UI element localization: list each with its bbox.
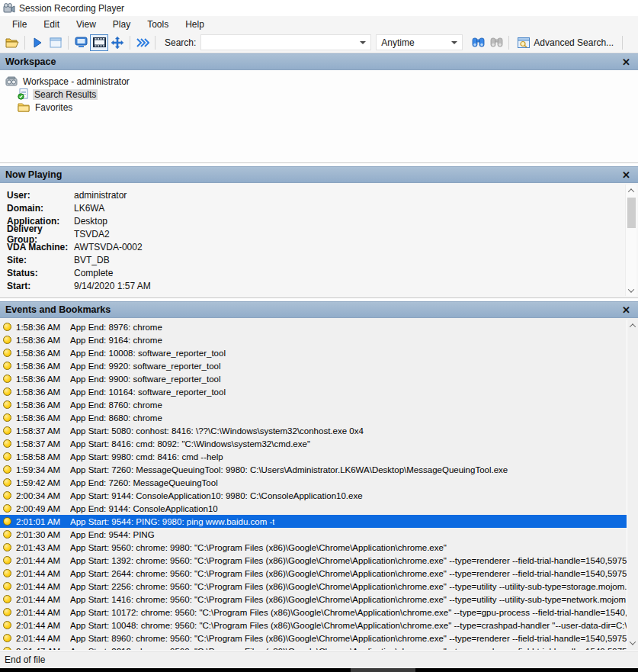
- event-row[interactable]: 1:59:42 AM App End: 7260: MessageQueuing…: [0, 476, 627, 489]
- tree-item-workspace-root[interactable]: Workspace - administrator: [0, 75, 638, 88]
- event-bookmark-icon: [3, 491, 11, 500]
- event-row[interactable]: 2:01:44 AM App Start: 1416: chrome: 9560…: [0, 593, 627, 606]
- event-row[interactable]: 1:58:36 AM App End: 8680: chrome: [0, 411, 627, 424]
- event-bookmark-icon: [3, 400, 11, 409]
- event-bookmark-icon: [3, 582, 11, 590]
- tree-item-search-results[interactable]: Search Results: [0, 88, 638, 101]
- field-value: TSVDA2: [74, 229, 110, 240]
- event-row[interactable]: 2:01:30 AM App End: 9544: PING: [0, 528, 627, 541]
- event-text: App Start: 8960: chrome: 9560: "C:\Progr…: [70, 634, 627, 643]
- event-row[interactable]: 1:58:36 AM App End: 8760: chrome: [0, 398, 627, 411]
- close-icon[interactable]: ✕: [620, 169, 633, 181]
- event-text: App Start: 9144: ConsoleApplication10: 9…: [70, 491, 363, 500]
- menu-item[interactable]: Edit: [35, 17, 68, 32]
- close-icon[interactable]: ✕: [620, 304, 633, 316]
- play-icon[interactable]: [28, 34, 46, 51]
- event-row[interactable]: 2:01:44 AM App Start: 10172: chrome: 956…: [0, 606, 627, 619]
- event-bookmark-icon: [3, 452, 11, 461]
- event-row[interactable]: 1:58:36 AM App End: 8976: chrome: [0, 320, 627, 333]
- event-text: App End: 10164: software_reporter_tool: [70, 387, 226, 397]
- status-bar: End of file: [0, 651, 638, 668]
- event-row[interactable]: 2:00:34 AM App Start: 9144: ConsoleAppli…: [0, 489, 627, 502]
- field-value: Complete: [74, 268, 113, 278]
- event-bookmark-icon: [3, 595, 11, 603]
- toolbar-separator: [68, 36, 69, 50]
- event-time: 2:01:44 AM: [16, 569, 65, 578]
- window-title: Session Recording Player: [19, 3, 124, 14]
- scrollbar-thumb[interactable]: [627, 198, 636, 228]
- event-row[interactable]: 2:01:44 AM App Start: 8960: chrome: 9560…: [0, 632, 627, 645]
- event-row[interactable]: 1:58:36 AM App End: 9900: software_repor…: [0, 372, 627, 385]
- event-time: 1:59:42 AM: [16, 478, 65, 487]
- event-bookmark-icon: [3, 504, 11, 513]
- menu-item[interactable]: Tools: [139, 17, 177, 32]
- event-time: 2:01:44 AM: [16, 634, 65, 643]
- find-icon[interactable]: [469, 34, 487, 51]
- toolbar-separator: [155, 36, 155, 50]
- filmstrip-icon[interactable]: [90, 34, 108, 51]
- event-row[interactable]: 2:01:44 AM App Start: 2644: chrome: 9560…: [0, 567, 627, 580]
- field-label: Start:: [7, 281, 74, 291]
- event-bookmark-icon: [3, 413, 11, 422]
- event-row[interactable]: 2:01:44 AM App Start: 1392: chrome: 9560…: [0, 554, 627, 567]
- chevrons-right-icon[interactable]: [133, 34, 152, 51]
- event-time: 1:58:37 AM: [16, 426, 65, 436]
- now-playing-field: Application: Desktop: [7, 214, 638, 227]
- pan-icon[interactable]: [108, 34, 127, 51]
- event-row[interactable]: 1:58:36 AM App End: 9164: chrome: [0, 333, 627, 346]
- event-row[interactable]: 1:58:36 AM App End: 9920: software_repor…: [0, 359, 627, 372]
- close-icon[interactable]: ✕: [620, 56, 633, 68]
- advanced-search-button[interactable]: Advanced Search...: [512, 34, 619, 51]
- event-row[interactable]: 2:01:01 AM App Start: 9544: PING: 9980: …: [0, 515, 627, 528]
- event-row[interactable]: 1:59:34 AM App Start: 7260: MessageQueui…: [0, 463, 627, 476]
- menu-item[interactable]: File: [4, 17, 35, 32]
- event-row[interactable]: 1:58:36 AM App End: 10164: software_repo…: [0, 385, 627, 398]
- scroll-up-icon[interactable]: [627, 320, 638, 331]
- event-time: 2:01:30 AM: [16, 530, 65, 539]
- monitor-film-icon[interactable]: [72, 34, 90, 51]
- now-playing-field: Domain: LK6WA: [7, 201, 638, 214]
- field-value: 9/14/2020 1:57 AM: [74, 281, 151, 291]
- event-text: App End: 8680: chrome: [70, 413, 162, 423]
- search-input[interactable]: [200, 34, 371, 50]
- event-time: 2:00:49 AM: [16, 504, 65, 513]
- event-text: App End: 8976: chrome: [70, 323, 162, 332]
- menu-item[interactable]: View: [68, 17, 104, 32]
- scroll-down-icon[interactable]: [626, 285, 637, 296]
- now-playing-field: Start: 9/14/2020 1:57 AM: [7, 279, 638, 292]
- event-row[interactable]: 2:00:49 AM App End: 9144: ConsoleApplica…: [0, 502, 627, 515]
- event-time: 1:58:36 AM: [16, 362, 65, 371]
- tree-item-favorites[interactable]: Favorites: [0, 101, 638, 114]
- time-filter-dropdown[interactable]: Anytime: [376, 34, 463, 50]
- tree-item-label: Favorites: [34, 102, 74, 113]
- events-panel: Events and Bookmarks ✕ 1:58:36 AM App En…: [0, 301, 638, 651]
- event-bookmark-icon: [3, 517, 11, 526]
- scroll-down-icon[interactable]: [627, 637, 638, 648]
- event-row[interactable]: 1:58:36 AM App End: 10008: software_repo…: [0, 346, 627, 359]
- event-row[interactable]: 1:58:37 AM App Start: 8416: cmd: 8092: "…: [0, 437, 627, 450]
- events-panel-title: Events and Bookmarks: [5, 304, 111, 315]
- menu-item[interactable]: Play: [104, 17, 139, 32]
- open-icon[interactable]: [3, 34, 21, 51]
- scroll-up-icon[interactable]: [626, 185, 637, 196]
- menu-item[interactable]: Help: [177, 17, 213, 32]
- events-scrollbar[interactable]: [627, 320, 638, 648]
- now-playing-field: Delivery Group: TSVDA2: [7, 227, 638, 240]
- event-row[interactable]: 2:01:47 AM App Start: 2212: chrome: 9560…: [0, 645, 627, 650]
- event-text: App Start: 7260: MessageQueuingTool: 998…: [70, 465, 508, 474]
- event-row[interactable]: 1:58:37 AM App Start: 5080: conhost: 841…: [0, 424, 627, 437]
- now-playing-scrollbar[interactable]: [625, 185, 636, 296]
- window-frame-icon[interactable]: [46, 34, 65, 51]
- event-row[interactable]: 2:01:44 AM App Start: 2256: chrome: 9560…: [0, 580, 627, 593]
- event-row[interactable]: 2:01:43 AM App Start: 9560: chrome: 9980…: [0, 541, 627, 554]
- event-text: App End: 9164: chrome: [70, 336, 162, 345]
- event-bookmark-icon: [3, 543, 11, 551]
- now-playing-field: Status: Complete: [7, 266, 638, 279]
- tree-item-label: Search Results: [33, 89, 98, 100]
- event-time: 1:58:37 AM: [16, 439, 65, 449]
- event-row[interactable]: 1:58:58 AM App Start: 9980: cmd: 8416: c…: [0, 450, 627, 463]
- event-text: App Start: 1416: chrome: 9560: "C:\Progr…: [70, 595, 627, 604]
- field-value: AWTSVDA-0002: [74, 242, 143, 252]
- event-row[interactable]: 2:01:44 AM App Start: 10048: chrome: 956…: [0, 619, 627, 632]
- event-text: App Start: 8416: cmd: 8092: "C:\Windows\…: [70, 439, 310, 449]
